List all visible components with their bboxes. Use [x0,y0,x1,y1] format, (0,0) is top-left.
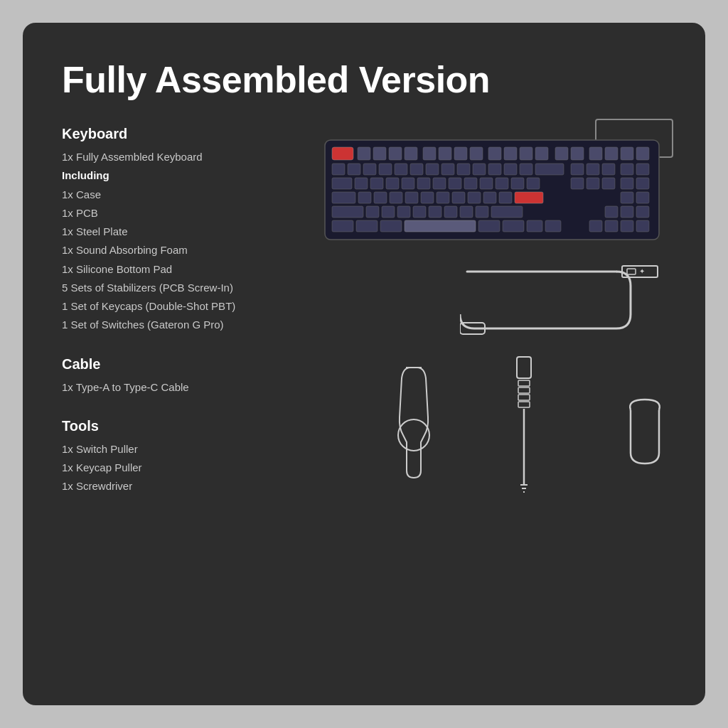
svg-rect-70 [636,192,649,203]
svg-rect-14 [555,147,568,160]
svg-rect-48 [480,178,493,189]
svg-rect-45 [433,178,446,189]
svg-rect-42 [386,178,399,189]
svg-rect-15 [571,147,584,160]
keyboard-item-0: 1x Fully Assembled Keyboard [62,148,325,166]
svg-rect-62 [421,192,434,203]
svg-rect-73 [382,206,395,218]
left-column: Keyboard 1x Fully Assembled Keyboard Inc… [62,126,325,673]
keyboard-item-foam: 1x Sound Absorbing Foam [62,241,325,259]
svg-rect-81 [605,206,618,218]
svg-rect-104 [518,387,530,393]
svg-rect-40 [355,178,368,189]
tools-item-screwdriver: 1x Screwdriver [62,477,325,496]
svg-rect-84 [332,220,353,232]
svg-rect-38 [636,164,649,175]
svg-rect-3 [373,147,386,160]
svg-rect-94 [621,220,633,232]
svg-rect-35 [587,164,599,175]
svg-rect-49 [496,178,508,189]
svg-rect-20 [332,164,345,175]
svg-rect-106 [518,402,530,407]
svg-rect-26 [426,164,439,175]
svg-rect-65 [468,192,481,203]
svg-rect-54 [602,178,615,189]
svg-rect-31 [504,164,517,175]
svg-rect-12 [520,147,532,160]
svg-rect-52 [571,178,584,189]
svg-rect-83 [636,206,649,218]
svg-rect-85 [356,220,378,232]
svg-rect-80 [491,206,523,218]
right-column: ✦ [325,126,666,673]
svg-rect-47 [464,178,477,189]
tools-illustration [375,353,673,496]
svg-rect-32 [520,164,532,175]
svg-rect-34 [571,164,584,175]
cable-heading: Cable [62,356,325,373]
svg-rect-11 [504,147,517,160]
svg-rect-44 [417,178,430,189]
keyboard-item-case: 1x Case [62,186,325,204]
svg-rect-24 [395,164,407,175]
svg-rect-67 [499,192,512,203]
keyboard-item-switches: 1 Set of Switches (Gateron G Pro) [62,316,325,334]
page-title: Fully Assembled Version [62,58,666,101]
svg-rect-36 [602,164,615,175]
svg-rect-72 [366,206,379,218]
svg-rect-21 [348,164,360,175]
tools-heading: Tools [62,418,325,434]
switch-puller-icon [389,353,460,496]
svg-rect-103 [518,380,530,386]
svg-rect-5 [405,147,417,160]
keyboard-illustration [318,119,673,243]
keyboard-item-keycaps: 1 Set of Keycaps (Double-Shot PBT) [62,297,325,316]
svg-rect-66 [483,192,496,203]
svg-rect-57 [332,192,355,203]
svg-rect-17 [605,147,618,160]
tools-section: Tools 1x Switch Puller 1x Keycap Puller … [62,418,325,496]
keyboard-including: Including [62,166,325,185]
svg-rect-22 [363,164,376,175]
svg-rect-33 [535,164,564,175]
keyboard-item-silicone: 1x Silicone Bottom Pad [62,260,325,279]
svg-rect-50 [511,178,524,189]
svg-rect-102 [517,357,531,378]
svg-rect-53 [587,178,599,189]
keyboard-section: Keyboard 1x Fully Assembled Keyboard Inc… [62,126,325,335]
svg-rect-37 [621,164,633,175]
svg-rect-18 [621,147,633,160]
svg-rect-95 [636,220,649,232]
svg-rect-58 [358,192,371,203]
cable-item-0: 1x Type-A to Type-C Cable [62,378,325,397]
svg-rect-61 [405,192,418,203]
screwdriver-icon [510,353,538,496]
svg-rect-69 [621,192,633,203]
svg-rect-86 [380,220,402,232]
svg-rect-75 [413,206,426,218]
svg-rect-74 [397,206,410,218]
svg-rect-92 [589,220,602,232]
svg-rect-13 [535,147,548,160]
svg-rect-56 [636,178,649,189]
svg-rect-41 [370,178,383,189]
svg-rect-90 [527,220,542,232]
svg-rect-63 [437,192,449,203]
content-area: Keyboard 1x Fully Assembled Keyboard Inc… [62,126,666,673]
keyboard-item-pcb: 1x PCB [62,204,325,223]
svg-rect-10 [488,147,501,160]
svg-rect-9 [470,147,483,160]
svg-rect-28 [457,164,470,175]
svg-rect-88 [478,220,500,232]
svg-rect-4 [389,147,402,160]
svg-rect-93 [605,220,618,232]
svg-rect-2 [358,147,370,160]
svg-rect-77 [444,206,457,218]
svg-rect-8 [454,147,467,160]
svg-rect-39 [332,178,352,189]
tools-item-keycap-puller: 1x Keycap Puller [62,459,325,477]
svg-rect-19 [636,147,649,160]
svg-rect-68 [515,192,543,203]
svg-rect-7 [439,147,451,160]
svg-rect-59 [374,192,387,203]
